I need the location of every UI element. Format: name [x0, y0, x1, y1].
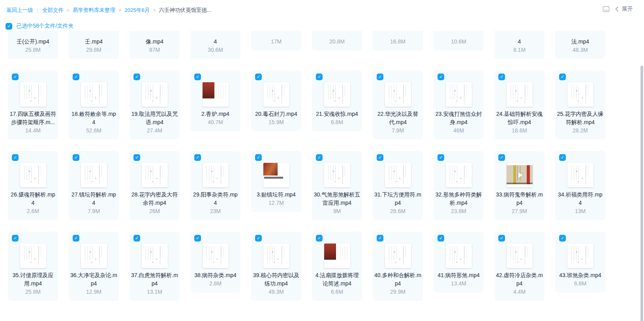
file-checkbox-checked[interactable]: ✓	[194, 235, 201, 242]
file-card[interactable]: ✓20.毒石封刀.mp415.9M	[251, 70, 301, 131]
file-thumbnail	[81, 163, 107, 187]
file-card[interactable]: ✓2.香炉.mp440.7M	[190, 70, 240, 131]
file-checkbox-checked[interactable]: ✓	[377, 235, 383, 242]
file-size: 9M	[312, 207, 362, 215]
file-checkbox-checked[interactable]: ✓	[377, 74, 383, 80]
file-card[interactable]: ✓43.班煞杂类.mp46.8M	[555, 232, 605, 293]
file-size: 87M	[130, 46, 180, 54]
file-grid-row: ✓17.四纵五横及画符步骤符架顺序.m...14.4M✓18.敕符敕余等.mp4…	[8, 70, 644, 140]
top-bar: 返回上一级 | 全部文件>易学资料库未整理>2025年6月> 六壬神功伏英馆至德…	[0, 0, 644, 18]
file-card[interactable]: ✓法.mp448.3M	[555, 31, 605, 59]
selection-bar: ✓ 已选中58个文件/文件夹	[6, 23, 73, 30]
file-card[interactable]: ✓像.mp487M	[130, 31, 180, 59]
file-card[interactable]: ✓41.病符形煞.mp413.4M	[434, 232, 484, 293]
chevron-left-icon	[615, 6, 619, 12]
file-checkbox-checked[interactable]: ✓	[316, 235, 323, 242]
file-card[interactable]: ✓29.阳事杂类符.mp423M	[190, 151, 240, 220]
file-size: 16.8M	[373, 38, 423, 46]
file-name: 17.四纵五横及画符步骤符架顺序.m...	[9, 110, 56, 127]
file-card[interactable]: ✓28.花字内密及大符余符.mp426M	[130, 151, 180, 220]
file-card[interactable]: ✓21.安魂收惊.mp46.8M	[312, 70, 362, 131]
file-checkbox-checked[interactable]: ✓	[559, 74, 566, 80]
file-card[interactable]: ✓17.四纵五横及画符步骤符架顺序.m...14.4M	[8, 70, 58, 140]
file-name: 36.大净宅及杂论.mp4	[70, 271, 117, 288]
file-checkbox-checked[interactable]: ✓	[498, 154, 505, 161]
breadcrumb-link[interactable]: 全部文件	[42, 7, 64, 14]
file-checkbox-checked[interactable]: ✓	[12, 235, 19, 242]
file-card[interactable]: ✓3.贴镇坛符.mp412.7M	[251, 151, 301, 212]
file-checkbox-checked[interactable]: ✓	[255, 74, 262, 80]
file-checkbox-checked[interactable]: ✓	[255, 154, 262, 161]
file-card[interactable]: ✓35.讨债原理及应用.mp425.8M	[8, 232, 58, 301]
file-card[interactable]: ✓26.摄魂符解析.mp42.6M	[8, 151, 58, 220]
file-card[interactable]: ✓23.安魂打煞信众封身.mp446M	[434, 70, 484, 140]
file-name: 37.白虎煞符解析.mp4	[131, 271, 178, 288]
file-card[interactable]: ✓24.基础符解析安魂惊吓.mp418.6M	[494, 70, 544, 140]
file-card[interactable]: ✓40.多种和合解析.mp429.9M	[373, 232, 423, 301]
file-size: 29.9M	[373, 288, 423, 296]
file-checkbox-checked[interactable]: ✓	[73, 154, 79, 161]
file-card[interactable]: ✓31.下坛方便用符.mp428.6M	[373, 151, 423, 220]
file-card[interactable]: ✓18.敕符敕余等.mp452.6M	[69, 70, 119, 140]
file-card[interactable]: ✓38.病符杂类.mp42.8M	[190, 232, 240, 293]
file-card[interactable]: ✓30.气煞形煞解析五雷应用.mp49M	[312, 151, 362, 220]
file-thumbnail	[263, 82, 289, 107]
file-card[interactable]: ✓27.镇坛符解析.mp47.9M	[69, 151, 119, 220]
file-card[interactable]: ✓430.6M	[190, 31, 240, 59]
file-card[interactable]: ✓壬.mp429.8M	[69, 31, 119, 59]
file-card[interactable]: ✓17M	[251, 31, 301, 51]
file-grid-row: ✓壬(公开).mp425.8M✓壬.mp429.8M✓像.mp487M✓430.…	[8, 31, 644, 59]
view-toggle-icon[interactable]	[603, 6, 610, 12]
file-card[interactable]: ✓22.华光决以及替代.mp47.9M	[373, 70, 423, 140]
expand-button[interactable]: 展开	[615, 6, 633, 13]
file-size: 29.8M	[69, 46, 119, 54]
file-checkbox-checked[interactable]: ✓	[437, 235, 444, 242]
file-checkbox-checked[interactable]: ✓	[194, 154, 201, 161]
file-card[interactable]: ✓壬(公开).mp425.8M	[8, 31, 58, 59]
back-link[interactable]: 返回上一级	[6, 7, 33, 14]
file-size: 23.8M	[434, 207, 484, 215]
file-card[interactable]: ✓10.6M	[434, 31, 484, 51]
file-checkbox-checked[interactable]: ✓	[73, 74, 79, 80]
file-card[interactable]: ✓4.法扇摆放拨将理论简述.mp46.6M	[312, 232, 362, 301]
file-name: 壬(公开).mp4	[9, 31, 56, 46]
breadcrumb-link[interactable]: 2025年6月	[124, 7, 150, 14]
file-checkbox-checked[interactable]: ✓	[133, 154, 140, 161]
scrollbar-thumb[interactable]	[640, 66, 643, 321]
file-checkbox-checked[interactable]: ✓	[316, 74, 323, 80]
file-card[interactable]: ✓20.8M	[312, 31, 362, 51]
file-card[interactable]: ✓37.白虎煞符解析.mp413.1M	[130, 232, 180, 301]
file-card[interactable]: ✓19.取法用咒以及咒语.mp427.4M	[130, 70, 180, 140]
file-card[interactable]: ✓42.虚符冷店杂类.mp44.4M	[494, 232, 544, 301]
file-checkbox-checked[interactable]: ✓	[133, 235, 140, 242]
file-checkbox-checked[interactable]: ✓	[498, 235, 505, 242]
file-checkbox-checked[interactable]: ✓	[12, 154, 19, 161]
file-checkbox-checked[interactable]: ✓	[377, 154, 383, 161]
file-name	[253, 31, 300, 38]
file-size: 13.4M	[434, 279, 484, 288]
file-checkbox-checked[interactable]: ✓	[559, 235, 566, 242]
file-card[interactable]: ✓48.1M	[494, 31, 544, 59]
file-name: 42.虚符冷店杂类.mp4	[496, 271, 543, 288]
file-card[interactable]: ✓32.形煞多种符类解析.mp423.8M	[434, 151, 484, 220]
file-checkbox-checked[interactable]: ✓	[559, 154, 566, 161]
file-checkbox-checked[interactable]: ✓	[194, 74, 201, 80]
select-all-checkbox-checked[interactable]: ✓	[6, 23, 12, 30]
file-card[interactable]: ✓16.8M	[373, 31, 423, 51]
file-name: 2.香炉.mp4	[192, 110, 239, 118]
file-card[interactable]: ✓33.病符鬼帝解析.mp427.9M	[494, 151, 544, 220]
file-card[interactable]: ✓36.大净宅及杂论.mp412.9M	[69, 232, 119, 301]
file-checkbox-checked[interactable]: ✓	[437, 74, 444, 80]
file-checkbox-checked[interactable]: ✓	[437, 154, 444, 161]
file-checkbox-checked[interactable]: ✓	[316, 154, 323, 161]
file-checkbox-checked[interactable]: ✓	[12, 74, 19, 80]
file-card[interactable]: ✓25.花字内密及人缘符解析.mp428.2M	[555, 70, 605, 140]
file-checkbox-checked[interactable]: ✓	[73, 235, 79, 242]
file-name: 18.敕符敕余等.mp4	[70, 110, 117, 127]
file-card[interactable]: ✓39.核心符内密以及练功.mp449.3M	[251, 232, 301, 301]
breadcrumb-link[interactable]: 易学资料库未整理	[73, 7, 115, 14]
file-checkbox-checked[interactable]: ✓	[255, 235, 262, 242]
file-checkbox-checked[interactable]: ✓	[133, 74, 140, 80]
file-card[interactable]: ✓34.祈福类用符.mp413M	[555, 151, 605, 220]
file-checkbox-checked[interactable]: ✓	[498, 74, 505, 80]
